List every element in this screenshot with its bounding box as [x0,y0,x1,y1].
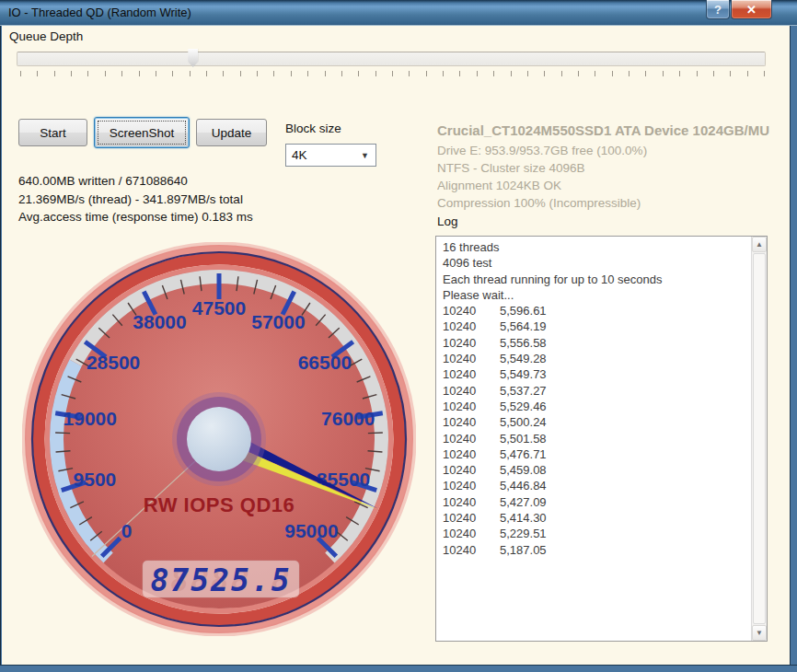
log-line[interactable]: 102405,414.30 [443,510,750,526]
log-iops: 5,446.84 [500,479,547,492]
log-iops: 5,476.71 [500,447,547,461]
scroll-up-icon: ▲ [756,240,763,249]
log-line[interactable]: 102405,427.09 [443,494,750,510]
slider-tick [156,71,156,76]
log-line[interactable]: 102405,537.27 [443,383,750,399]
log-line[interactable]: 102405,229.51 [443,526,750,541]
log-line[interactable]: 102405,187.05 [443,542,750,558]
slider-tick [477,71,478,76]
log-bytes: 10240 [443,303,500,319]
slider-tick [697,71,698,76]
log-line[interactable]: 102405,459.08 [443,462,750,478]
log-iops: 5,549.28 [500,352,547,365]
close-button[interactable]: ✕ [731,0,772,19]
help-button[interactable]: ? [706,0,730,19]
scroll-down-icon: ▼ [756,629,763,637]
log-line[interactable]: 4096 test [443,255,750,271]
slider-tick [257,71,258,76]
start-button[interactable]: Start [18,119,87,146]
update-button[interactable]: Update [196,119,267,146]
slider-tick [409,71,410,76]
iops-gauge: 0950019000285003800047500570006650076000… [22,242,416,636]
slider-tick [307,71,308,76]
block-size-dropdown[interactable]: 4K ▼ [285,144,376,167]
io-benchmark-window: { "window": { "title": "IO - Threaded QD… [0,0,797,672]
log-bytes: 10240 [443,319,500,334]
log-listbox[interactable]: 16 threads4096 testEach thread running f… [435,236,768,642]
gauge-minor-tick [55,433,70,434]
slider-tick [511,71,512,76]
lcd-value: 87525.5 [150,562,291,598]
window-title: IO - Threaded QD (Random Write) [8,6,191,19]
log-scrollbar[interactable]: ▲ ▼ [751,237,767,641]
throughput-stats: 640.00MB written / 671088640 21.369MB/s … [18,172,253,226]
log-iops: 5,556.58 [500,336,547,350]
stats-written: 640.00MB written / 671088640 [18,172,253,191]
slider-tick [663,71,664,76]
gauge-tick-label: 38000 [133,311,186,332]
log-bytes: 10240 [443,383,500,399]
slider-tick [578,71,579,76]
screenshot-button[interactable]: ScreenShot [94,117,190,148]
log-content: 16 threads4096 testEach thread running f… [436,239,750,641]
log-line[interactable]: 102405,446.84 [443,478,750,493]
gauge-tick-label: 66500 [298,352,352,373]
scroll-up-button[interactable]: ▲ [752,237,767,252]
slider-tick [459,71,460,76]
log-bytes: 10240 [443,399,500,414]
log-bytes: 10240 [443,526,500,541]
log-iops: 5,549.73 [500,367,547,381]
slider-tick [358,71,359,76]
queue-depth-label: Queue Depth [9,29,83,43]
slider-tick [527,71,528,76]
log-line[interactable]: 102405,549.28 [443,351,750,366]
slider-tick [629,71,630,76]
log-line[interactable]: 102405,476.71 [443,446,750,462]
close-icon: ✕ [746,3,757,17]
log-bytes: 10240 [443,494,500,510]
slider-tick [87,71,88,76]
slider-tick [426,71,427,76]
log-line[interactable]: 102405,549.73 [443,366,750,382]
log-line[interactable]: 102405,529.46 [443,399,750,414]
queue-depth-slider-track[interactable] [17,52,766,66]
log-line[interactable]: 102405,556.58 [443,335,750,351]
gauge-tick-label: 76000 [321,408,375,429]
slider-tick [273,71,274,76]
device-compression-line: Compression 100% (Incompressible) [437,194,788,212]
slider-tick [71,71,72,76]
gauge-tick-label: 9500 [74,469,117,490]
scroll-down-button[interactable]: ▼ [752,625,767,641]
start-button-label: Start [40,126,66,140]
gauge-tick-label: 28500 [87,352,140,373]
log-iops: 5,500.24 [500,415,547,429]
device-fs-line: NTFS - Cluster size 4096B [437,159,788,177]
log-line[interactable]: 102405,596.61 [443,303,750,319]
log-iops: 5,564.19 [500,319,547,333]
slider-tick [764,71,765,76]
help-icon: ? [714,3,722,17]
log-bytes: 10240 [443,462,500,478]
slider-tick [747,71,748,76]
slider-tick [206,71,207,76]
log-line[interactable]: 16 threads [443,239,750,255]
slider-tick [392,71,393,76]
log-line[interactable]: Each thread running for up to 10 seconds [443,272,750,287]
log-iops: 5,501.58 [500,432,547,446]
log-line[interactable]: 102405,500.24 [443,414,750,430]
window-frame-left [0,26,2,672]
slider-tick [223,71,224,76]
slider-tick [679,71,680,76]
slider-tick [20,71,21,76]
log-bytes: 10240 [443,335,500,351]
log-line[interactable]: Please wait... [443,287,750,303]
device-drive-line: Drive E: 953.9/953.7GB free (100.0%) [437,142,788,159]
log-line[interactable]: 102405,564.19 [443,319,750,334]
slider-tick [595,71,595,76]
title-bar[interactable]: IO - Threaded QD (Random Write) ? ✕ [0,0,797,26]
log-line[interactable]: 102405,501.58 [443,431,750,446]
scrollbar-thumb[interactable] [753,253,766,624]
gauge-tick-label: 47500 [192,297,246,319]
slider-tick [172,71,173,76]
log-bytes: 10240 [443,431,500,446]
